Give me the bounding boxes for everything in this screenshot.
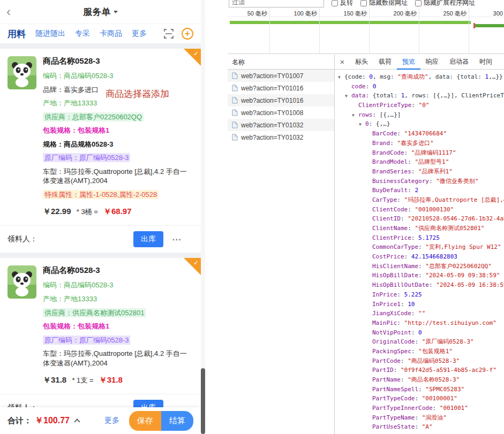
json-line[interactable]: ▼rows: [{,…}] bbox=[335, 110, 504, 120]
product-original-code: 原厂编码：原厂编码0528-3 bbox=[43, 336, 130, 345]
filter-checkbox[interactable]: 反转 bbox=[332, 0, 353, 7]
json-line: PartTypeInnerCode: "001001" bbox=[335, 403, 504, 413]
request-row[interactable]: web?action=TY01008 bbox=[228, 106, 334, 119]
devtools-tab[interactable]: 预览 bbox=[397, 55, 420, 70]
filter-checkbox[interactable]: 隐藏数据网址 bbox=[360, 0, 408, 7]
json-line: InPrice1: 10 bbox=[335, 300, 504, 309]
devtools-tab[interactable]: 启动器 bbox=[444, 55, 474, 70]
app-tab[interactable]: 专采 bbox=[75, 29, 90, 39]
request-name: web?action=TY01016 bbox=[241, 85, 303, 92]
quantity: * 3桶 = bbox=[77, 208, 98, 216]
request-list-panel: 名称 web?action=TY01007web?action=TY01016w… bbox=[228, 55, 335, 434]
devtools-tab[interactable]: 响应 bbox=[420, 55, 444, 70]
json-line: ClientPrice: 5.1725 bbox=[335, 233, 504, 243]
app-scrollbar[interactable] bbox=[201, 0, 205, 434]
json-line: CarType: "玛莎拉蒂,Quattroporte [总裁],4.2 手自一… bbox=[335, 195, 504, 205]
timeline-label: 200 毫秒 bbox=[378, 10, 417, 18]
app-panel: ‹ 服务单 用料随进随出专采卡商品更多 + 商品选择器添加 ✓ 商品名称0528… bbox=[0, 0, 201, 434]
save-button[interactable]: 保存 bbox=[129, 411, 161, 431]
request-row[interactable]: web?action=TY01032 bbox=[228, 131, 334, 143]
app-tab[interactable]: 用料 bbox=[7, 28, 26, 40]
document-icon bbox=[232, 121, 238, 128]
product-special-attr: 特殊属性：属性-1-0528,属性-2-0528 bbox=[43, 190, 159, 199]
json-line[interactable]: ▼0: {,…} bbox=[335, 119, 504, 129]
more-link[interactable]: 更多 bbox=[104, 416, 119, 425]
request-row[interactable]: web?action=TY01032 bbox=[228, 119, 334, 131]
page-title[interactable]: 服务单 bbox=[84, 6, 118, 18]
request-name: web?action=TY01007 bbox=[241, 72, 303, 80]
devtools-panel: 反转隐藏数据网址隐藏扩展程序网址 50 毫秒100 毫秒150 毫秒200 毫秒… bbox=[228, 0, 504, 434]
card-body: 商品名称0528-3 编码：商品编码0528-3 品牌：嘉实多进口 产地：产地1… bbox=[0, 49, 201, 225]
name-column-header[interactable]: 名称 bbox=[228, 55, 334, 70]
json-line: HisOpBillOutDate: "2024-05-09 16:38:59" bbox=[335, 280, 504, 290]
product-original-code: 原厂编码：原厂编码0528-3 bbox=[43, 153, 130, 162]
json-line: BuyDefault: 2 bbox=[335, 186, 504, 195]
product-card[interactable]: ✓ 商品名称0528-3 编码：商品编码0528-3 品牌：嘉实多进口 产地：产… bbox=[0, 49, 201, 253]
expand-arrow-icon[interactable]: ▼ bbox=[359, 120, 365, 130]
json-line[interactable]: ▼{code: 0, msg: "查询成功", data: {total: 1,… bbox=[335, 72, 504, 82]
timeline-overview[interactable]: 50 毫秒100 毫秒150 毫秒200 毫秒250 毫秒300 毫秒 bbox=[228, 8, 504, 54]
tab-bar: 用料随进随出专采卡商品更多 + bbox=[0, 24, 201, 43]
json-line: ClientName: "供应商名称测试052801" bbox=[335, 224, 504, 233]
request-row[interactable]: web?action=TY01016 bbox=[228, 94, 334, 106]
request-row[interactable]: web?action=TY01007 bbox=[228, 70, 334, 82]
product-packing: 包装规格：包装规格1 bbox=[43, 322, 193, 331]
collapse-caret-icon[interactable] bbox=[74, 418, 80, 424]
app-tab[interactable]: 随进随出 bbox=[35, 29, 65, 39]
unit-price: ￥22.99 bbox=[43, 207, 71, 216]
timeline-gridline bbox=[269, 8, 270, 54]
expand-arrow-icon[interactable]: ▼ bbox=[352, 111, 358, 120]
json-line: BrandCode: "品牌编码1117" bbox=[335, 148, 504, 158]
back-button[interactable]: ‹ bbox=[6, 5, 11, 18]
request-name: web?action=TY01032 bbox=[241, 134, 303, 141]
timeline-bar bbox=[475, 24, 504, 27]
product-supplier: 供应商：总部客户02250602QQ bbox=[43, 112, 144, 121]
total-value: ￥100.77 bbox=[35, 415, 70, 427]
request-row[interactable]: web?action=TY01016 bbox=[228, 82, 334, 94]
expand-arrow-icon[interactable]: ▼ bbox=[345, 92, 351, 101]
json-line: PartNameSpell: "SPMC05283" bbox=[335, 385, 504, 394]
app-tab[interactable]: 更多 bbox=[132, 29, 147, 39]
timeline-label: 100 毫秒 bbox=[279, 10, 317, 18]
json-line: ClientPriceType: "0" bbox=[335, 101, 504, 110]
json-line: PartTypeName: "润滑油" bbox=[335, 413, 504, 423]
add-button[interactable]: + bbox=[182, 28, 193, 40]
request-name: web?action=TY01032 bbox=[241, 121, 303, 129]
filter-checkbox[interactable]: 隐藏扩展程序网址 bbox=[415, 0, 475, 7]
json-line[interactable]: ▼data: {total: 1, rows: [{,…}], ClientPr… bbox=[335, 91, 504, 101]
quantity: * 1支 = bbox=[72, 376, 93, 384]
more-actions-icon[interactable]: ⋯ bbox=[172, 234, 182, 245]
product-car-type: 车型：玛莎拉蒂,Quattroporte [总裁],4.2 手自一体变速器(AM… bbox=[43, 167, 193, 186]
devtools-tab[interactable]: 时间 bbox=[474, 55, 498, 70]
scan-icon[interactable] bbox=[163, 28, 174, 39]
timeline-error-tick bbox=[473, 23, 475, 28]
document-icon bbox=[232, 97, 238, 104]
network-filter-bar: 反转隐藏数据网址隐藏扩展程序网址 bbox=[228, 0, 504, 8]
timeline-bar bbox=[230, 21, 471, 24]
document-icon bbox=[232, 85, 238, 92]
close-icon[interactable]: × bbox=[335, 57, 350, 66]
document-icon bbox=[232, 134, 238, 141]
settle-button[interactable]: 结算 bbox=[161, 411, 193, 431]
timeline-label: 250 毫秒 bbox=[428, 10, 467, 18]
json-line: PackingSpec: "包装规格1" bbox=[335, 347, 504, 356]
picker-row: 领料人： 出库 ⋯ bbox=[0, 225, 201, 253]
app-tab[interactable]: 卡商品 bbox=[100, 29, 122, 39]
line-total: ￥31.8 bbox=[99, 375, 123, 384]
json-line: CommonCarType: "宾利,Flying Spur W12" bbox=[335, 242, 504, 252]
devtools-tab[interactable]: 载荷 bbox=[373, 55, 397, 70]
devtools-tabs: × 标头载荷预览响应启动器时间 bbox=[335, 55, 504, 70]
picker-label: 领料人： bbox=[7, 234, 37, 244]
timeline-gridline bbox=[319, 8, 320, 54]
product-card[interactable]: ✓ 商品名称0528-3 编码：商品编码0528-3 产地：产地13333 供应… bbox=[0, 258, 201, 421]
json-line: HisOpBillDate: "2024-05-09 09:38:59" bbox=[335, 271, 504, 280]
filter-input[interactable] bbox=[229, 0, 324, 7]
json-line: HisClientName: "总部客户02250602QQ" bbox=[335, 262, 504, 271]
product-info: 商品名称0528-3 编码：商品编码0528-3 产地：产地13333 供应商：… bbox=[43, 265, 193, 392]
expand-arrow-icon[interactable]: ▼ bbox=[338, 73, 344, 82]
json-line: BarCode: "1434706684" bbox=[335, 129, 504, 139]
devtools-tab[interactable]: 标头 bbox=[350, 55, 373, 70]
product-origin: 产地：产地13333 bbox=[43, 294, 193, 304]
outbound-button[interactable]: 出库 bbox=[133, 231, 163, 247]
app-scrollbar-thumb[interactable] bbox=[201, 368, 205, 434]
